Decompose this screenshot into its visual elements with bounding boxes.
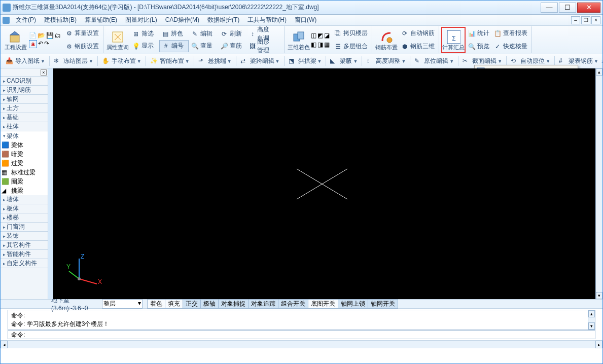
g2-item-7[interactable]: 🔍查量 [189, 40, 218, 52]
tree-楼梯[interactable]: ▸ 楼梯 [1, 213, 48, 223]
undo-icon[interactable]: ↶ [38, 40, 43, 48]
scroll-left-button[interactable]: ◂ [1, 341, 8, 348]
g2-item-5[interactable]: 💡显示 [130, 40, 159, 52]
tree-基础[interactable]: ▸ 基础 [1, 113, 48, 122]
scroll-down-button[interactable]: ▾ [596, 292, 602, 299]
child-minimize[interactable]: – [571, 16, 580, 24]
leaf-标准过梁[interactable]: ▦标准过梁 [1, 168, 48, 177]
horizontal-scrollbar[interactable]: ◂ ▸ [1, 340, 602, 348]
tb2-1[interactable]: ❄冻结图层▼ [51, 56, 96, 66]
stats-button[interactable]: 📊统计 [466, 27, 491, 40]
g2-item-6[interactable]: #编号 [159, 40, 189, 52]
canvas-area[interactable]: X Y Z [48, 68, 595, 299]
cube1-icon[interactable]: ◫ [311, 32, 316, 39]
tree-门窗洞[interactable]: ▸ 门窗洞 [1, 223, 48, 232]
save-icon[interactable]: 💾 [46, 32, 54, 39]
tree-识别钢筋[interactable]: ▸ 识别钢筋 [1, 86, 48, 95]
open-icon[interactable]: 📂 [38, 32, 45, 39]
multi-floor-button[interactable]: ☰多层组合 [332, 41, 370, 53]
cube3-icon[interactable]: ◪ [324, 32, 330, 39]
g2-item-1[interactable]: ▤辨色 [159, 28, 189, 40]
g2-item-3[interactable]: ⟳刷新 [218, 28, 247, 40]
property-query-button[interactable]: 属性查询 [105, 27, 130, 53]
tree-自定义构件[interactable]: ▸ 自定义构件 [1, 259, 48, 268]
tree-智能构件[interactable]: ▸ 智能构件 [1, 250, 48, 259]
new-icon[interactable]: 📄 [29, 32, 37, 39]
auto-rebar-button[interactable]: ⟳自动钢筋 [399, 27, 437, 40]
tb2-3[interactable]: ✨智能布置▼ [147, 56, 193, 66]
tree-板体[interactable]: ▸ 板体 [1, 204, 48, 213]
g2-item-2[interactable]: ✎编辑 [189, 28, 218, 40]
cmd-scroll-up[interactable]: ▴ [588, 310, 595, 317]
cmd-scrollbar[interactable]: ▴ ▾ [588, 310, 595, 330]
tb2-5[interactable]: ⇄梁跨编辑▼ [237, 56, 283, 66]
tree-墙体[interactable]: ▸ 墙体 [1, 195, 48, 204]
quantity-settings-button[interactable]: ⚙算量设置 [63, 27, 101, 40]
g2-item-9[interactable]: 🖼图形管理 [247, 40, 277, 52]
vertical-scrollbar[interactable]: ▴ ▾ [595, 68, 602, 299]
tb2-9[interactable]: ✎原位编辑▼ [411, 56, 457, 66]
menu-6[interactable]: 工具与帮助(H) [243, 15, 291, 25]
cube5-icon[interactable]: ◨ [317, 41, 323, 48]
g2-item-8[interactable]: 🔎查筋 [218, 40, 247, 52]
quick-check-button[interactable]: ✓快速核量 [491, 41, 529, 53]
menu-5[interactable]: 数据维护(T) [203, 15, 243, 25]
tree-轴网[interactable]: ▸ 轴网 [1, 95, 48, 104]
tb2-7[interactable]: ◣梁腋▼ [327, 56, 361, 66]
cube6-icon[interactable]: ▦ [324, 41, 330, 48]
3d-shade-button[interactable]: 三维着色 [287, 27, 311, 53]
saveall-icon[interactable]: 🗂 [55, 32, 61, 39]
minimize-button[interactable]: — [541, 3, 558, 13]
tree-柱体[interactable]: ▸ 柱体 [1, 122, 48, 131]
a-icon[interactable]: a [29, 40, 37, 48]
floor-combo[interactable]: 整层▾ [102, 299, 143, 309]
project-settings-button[interactable]: 工程设置 [4, 27, 28, 53]
leaf-过梁[interactable]: 🟧过梁 [1, 159, 48, 168]
toolbar-overflow-icon[interactable]: » [601, 58, 602, 64]
copy-floor-button[interactable]: ⿻拷贝楼层 [332, 27, 370, 40]
rebar-3d-button[interactable]: ⬢钢筋三维 [399, 41, 437, 53]
menu-0[interactable]: 文件(P) [12, 15, 40, 25]
cube4-icon[interactable]: ◧ [311, 41, 316, 48]
menu-3[interactable]: 图量对比(L) [121, 15, 161, 25]
status-toggle-3[interactable]: 极轴 [200, 299, 219, 309]
menu-2[interactable]: 算量辅助(E) [81, 15, 121, 25]
rebar-settings-button[interactable]: ⚙钢筋设置 [63, 41, 101, 53]
leaf-圈梁[interactable]: 🟩圈梁 [1, 177, 48, 186]
g2-item-0[interactable]: ⊞筛选 [130, 28, 159, 40]
rebar-layout-button[interactable]: 钢筋布置 [374, 27, 399, 53]
tb2-2[interactable]: ✋手动布置▼ [99, 56, 145, 66]
leaf-挑梁[interactable]: ◢挑梁 [1, 186, 48, 195]
tree-其它构件[interactable]: ▸ 其它构件 [1, 241, 48, 250]
command-input[interactable]: 命令: [8, 330, 595, 339]
leaf-梁体[interactable]: 🟦梁体 [1, 140, 48, 150]
status-toggle-9[interactable]: 轴网开关 [368, 299, 398, 309]
status-toggle-5[interactable]: 对象追踪 [248, 299, 278, 309]
tree-装饰[interactable]: ▸ 装饰 [1, 232, 48, 241]
command-history[interactable]: 命令: 命令: 学习版最多允许创建3个楼层！ ▴ ▾ [8, 310, 595, 330]
menu-4[interactable]: CAD操作(M) [161, 15, 203, 25]
menu-1[interactable]: 建模辅助(B) [40, 15, 81, 25]
close-button[interactable]: ✕ [577, 3, 600, 13]
view-report-button[interactable]: 📋查看报表 [491, 27, 529, 40]
cube2-icon[interactable]: ◩ [317, 32, 323, 39]
menu-7[interactable]: 窗口(W) [291, 15, 321, 25]
child-restore[interactable]: ❐ [581, 16, 590, 24]
tb2-0[interactable]: 📥导入图纸▼ [3, 56, 48, 66]
status-toggle-7[interactable]: 底图开关 [308, 299, 338, 309]
redo-icon[interactable]: ↷ [44, 40, 49, 48]
leaf-暗梁[interactable]: 🟫暗梁 [1, 150, 48, 159]
cmd-scroll-down[interactable]: ▾ [588, 322, 595, 330]
tb2-6[interactable]: ⬔斜拱梁▼ [286, 56, 325, 66]
status-toggle-4[interactable]: 对象捕捉 [218, 299, 249, 309]
tb2-4[interactable]: ⬏悬挑端▼ [195, 56, 235, 66]
status-toggle-0[interactable]: 着色 [147, 299, 165, 309]
tree-土方[interactable]: ▸ 土方 [1, 104, 48, 113]
drawing-canvas[interactable]: X Y Z [48, 68, 595, 299]
scroll-right-button[interactable]: ▸ [595, 341, 602, 348]
preview-button[interactable]: 🔍预览 [466, 41, 491, 53]
child-close[interactable]: × [591, 16, 600, 24]
scroll-up-button[interactable]: ▴ [596, 68, 602, 76]
tree-梁体[interactable]: ▾ 梁体 [1, 131, 48, 140]
status-toggle-6[interactable]: 组合开关 [278, 299, 308, 309]
